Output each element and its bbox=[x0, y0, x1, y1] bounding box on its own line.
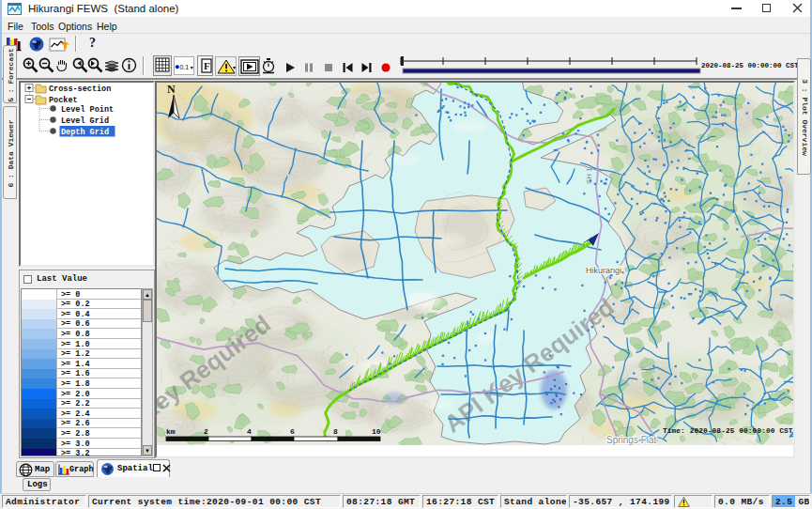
svg-text:Pocket: Pocket bbox=[49, 96, 78, 105]
svg-text:10: 10 bbox=[372, 427, 381, 436]
svg-text:Hikurangi: Hikurangi bbox=[586, 266, 621, 275]
svg-text:Time: 2020-08-25 00:00:00 CST: Time: 2020-08-25 00:00:00 CST bbox=[663, 427, 793, 435]
svg-text:km: km bbox=[166, 427, 176, 436]
svg-text:2: 2 bbox=[204, 427, 208, 436]
svg-text:6: 6 bbox=[290, 427, 295, 436]
svg-text:N: N bbox=[167, 83, 176, 96]
svg-text:8: 8 bbox=[333, 427, 338, 436]
svg-text:Springs Flat: Springs Flat bbox=[606, 435, 657, 445]
svg-text:Level Point: Level Point bbox=[61, 105, 114, 115]
svg-text:Depth Grid: Depth Grid bbox=[61, 128, 109, 137]
svg-text:Level Grid: Level Grid bbox=[61, 116, 109, 126]
svg-text:4: 4 bbox=[247, 427, 252, 436]
svg-text:Cross-section: Cross-section bbox=[49, 85, 111, 94]
svg-text:SH 1: SH 1 bbox=[585, 167, 593, 184]
